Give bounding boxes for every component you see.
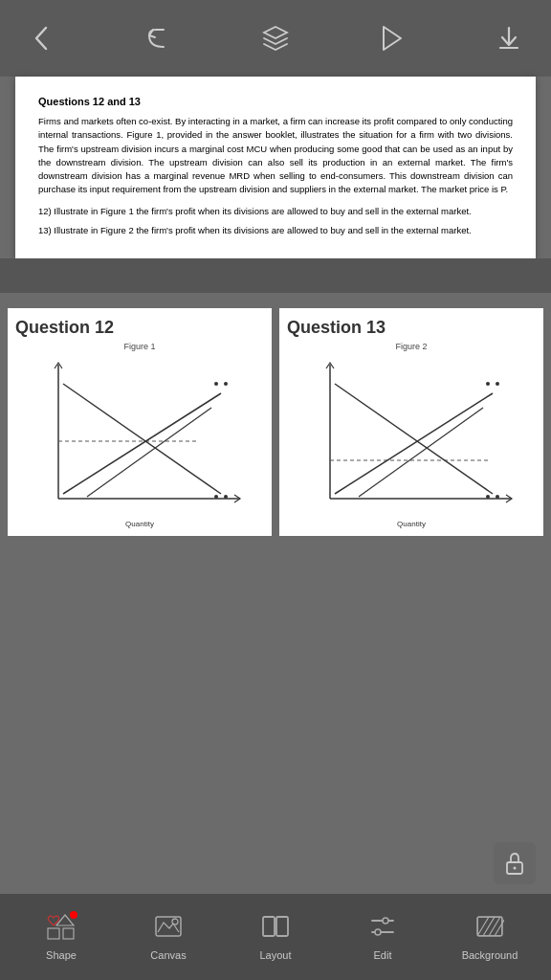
svg-rect-28 — [63, 928, 74, 939]
svg-line-41 — [489, 917, 500, 936]
edit-label: Edit — [374, 949, 392, 961]
play-button[interactable] — [373, 19, 411, 57]
figure-1-quantity-label: Quantity — [15, 520, 264, 528]
svg-point-13 — [224, 495, 228, 499]
shape-icon — [47, 913, 76, 946]
figure-1-svg — [15, 355, 264, 518]
figures-area: Question 12 Figure 1 — [0, 293, 551, 551]
svg-point-22 — [486, 495, 490, 499]
figure-2-quantity-label: Quantity — [287, 520, 536, 528]
layout-icon — [261, 913, 290, 946]
canvas-label: Canvas — [150, 949, 186, 961]
svg-line-7 — [63, 384, 221, 494]
nav-item-shape[interactable]: Shape — [33, 913, 90, 961]
question-12-text: 12) Illustrate in Figure 1 the firm's pr… — [38, 205, 513, 218]
figure-1-label: Figure 1 — [15, 342, 264, 351]
svg-rect-31 — [263, 917, 275, 936]
bottom-nav: Shape Canvas Layout — [0, 894, 551, 980]
question-13-title: Question 13 — [287, 318, 536, 338]
svg-point-23 — [496, 495, 499, 499]
svg-rect-27 — [48, 928, 59, 939]
paper-body: Firms and markets often co-exist. By int… — [38, 115, 513, 237]
layout-label: Layout — [259, 949, 291, 961]
dark-separator — [0, 258, 551, 293]
svg-line-8 — [63, 393, 221, 494]
svg-marker-1 — [384, 27, 401, 50]
figure-2-block: Question 13 Figure 2 — [279, 308, 543, 536]
svg-point-36 — [375, 929, 381, 935]
lock-button[interactable] — [494, 842, 536, 884]
background-icon — [475, 913, 504, 946]
svg-point-20 — [486, 382, 490, 386]
edit-icon — [368, 913, 397, 946]
svg-rect-32 — [276, 917, 288, 936]
figure-1-block: Question 12 Figure 1 — [8, 308, 272, 536]
svg-point-12 — [214, 495, 218, 499]
paper-title: Questions 12 and 13 — [38, 96, 513, 107]
svg-point-21 — [496, 382, 499, 386]
shape-red-dot — [70, 911, 77, 919]
svg-point-10 — [214, 382, 218, 386]
paper-document: Questions 12 and 13 Firms and markets of… — [15, 77, 536, 258]
svg-point-11 — [224, 382, 228, 386]
download-button[interactable] — [490, 19, 528, 57]
figure-2-svg — [287, 355, 536, 518]
top-toolbar — [0, 0, 551, 77]
canvas-icon — [154, 913, 183, 946]
shape-label: Shape — [46, 949, 77, 961]
background-label: Background — [462, 949, 518, 961]
paragraph-1: Firms and markets often co-exist. By int… — [38, 115, 513, 197]
svg-point-30 — [172, 919, 178, 924]
nav-item-canvas[interactable]: Canvas — [140, 913, 197, 961]
question-12-title: Question 12 — [15, 318, 264, 338]
svg-point-25 — [514, 867, 517, 870]
layers-icon[interactable] — [256, 19, 295, 57]
svg-marker-0 — [264, 27, 287, 38]
svg-line-19 — [359, 408, 483, 497]
question-13-text: 13) Illustrate in Figure 2 the firm's pr… — [38, 224, 513, 237]
nav-item-background[interactable]: Background — [461, 913, 518, 961]
nav-item-edit[interactable]: Edit — [354, 913, 411, 961]
svg-line-18 — [335, 393, 493, 494]
figure-2-label: Figure 2 — [287, 342, 536, 351]
nav-item-layout[interactable]: Layout — [247, 913, 304, 961]
svg-line-40 — [483, 917, 495, 936]
undo-button[interactable] — [140, 19, 178, 57]
document-area: Questions 12 and 13 Firms and markets of… — [0, 77, 551, 258]
svg-line-39 — [477, 917, 489, 936]
svg-point-34 — [383, 918, 388, 924]
svg-line-17 — [335, 384, 493, 494]
svg-line-9 — [87, 408, 211, 497]
back-button[interactable] — [23, 19, 61, 57]
